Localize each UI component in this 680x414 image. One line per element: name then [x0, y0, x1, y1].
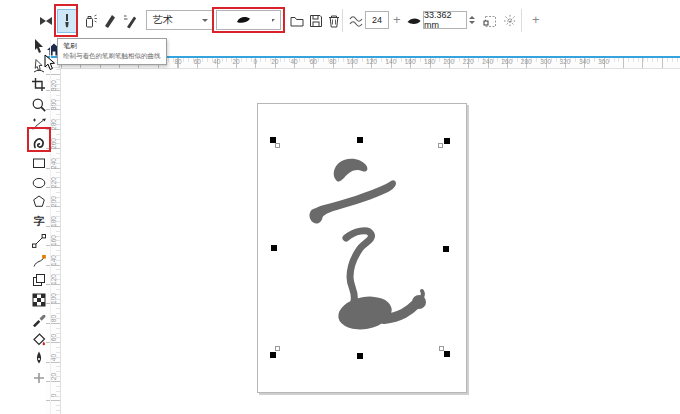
ellipse-tool[interactable] [31, 175, 47, 191]
tooltip: 笔刷 绘制与着色的笔刷笔触相似的曲线 [57, 38, 167, 65]
stroke-width-stepper[interactable] [469, 13, 475, 27]
annotation-box-artistic-media-tool [27, 127, 51, 152]
polygon-tool[interactable] [31, 194, 47, 210]
expression-button[interactable] [120, 9, 140, 33]
ruler-label: 20 [271, 58, 278, 65]
browse-button[interactable] [287, 9, 307, 33]
app-window: 艺术 24 + 33.362 mm + + 80604020 [0, 0, 680, 414]
ruler-label: 0 [254, 58, 258, 65]
calligraphic-button[interactable] [100, 9, 120, 33]
selection-handle-solid[interactable] [271, 245, 277, 251]
stroke-width-input[interactable]: 33.362 mm [423, 11, 467, 29]
selection-handle-hollow [439, 346, 444, 351]
selection-handle-solid[interactable] [270, 352, 276, 358]
tooltip-title: 笔刷 [63, 41, 161, 51]
ruler-label: 240 [482, 58, 493, 65]
connector-tool[interactable] [31, 253, 47, 269]
selection-handle-hollow [438, 143, 443, 148]
ruler-label: 80 [329, 58, 336, 65]
save-stroke-button[interactable] [306, 9, 326, 33]
scale-stroke-button[interactable] [480, 9, 500, 33]
ruler-label: 360 [598, 58, 609, 65]
interactive-fill-tool[interactable] [31, 272, 47, 288]
page[interactable] [257, 103, 467, 393]
annotation-box-brush-tool [54, 4, 78, 37]
divider [342, 9, 343, 32]
delete-stroke-button[interactable] [324, 9, 344, 33]
selection-handle-hollow [275, 143, 280, 148]
stroke-category-value: 艺术 [147, 13, 199, 27]
selection-handle-solid[interactable] [443, 246, 449, 252]
selection-handle-solid[interactable] [357, 353, 363, 359]
stroke-width-icon [404, 9, 424, 33]
mirror-stroke-button[interactable] [500, 9, 520, 33]
smoothing-input[interactable]: 24 [365, 11, 389, 29]
ruler-label: 200 [443, 58, 454, 65]
property-bar: 艺术 24 + 33.362 mm + [0, 0, 680, 41]
toolbox: 字 [28, 40, 51, 414]
ruler-label: 80 [174, 58, 181, 65]
selection-handle-solid[interactable] [444, 138, 450, 144]
ruler-label: 260 [502, 58, 513, 65]
mouse-cursor-icon [44, 54, 56, 71]
ruler-label: 180 [424, 58, 435, 65]
stroke-width-value: 33.362 mm [424, 10, 466, 30]
annotation-box-stroke-dropdown [212, 7, 285, 33]
ruler-label: 60 [194, 58, 201, 65]
ruler-label: 20 [232, 58, 239, 65]
divider [521, 9, 522, 32]
chevron-down-icon [202, 19, 208, 25]
mesh-fill-tool[interactable] [31, 292, 47, 308]
quick-customize-button[interactable]: + [532, 12, 540, 27]
tooltip-description: 绘制与着色的笔刷笔触相似的曲线 [63, 52, 161, 61]
ruler-label: 100 [347, 58, 358, 65]
text-tool[interactable]: 字 [31, 214, 47, 230]
outline-pen-tool[interactable] [31, 350, 47, 366]
freehand-smoothing-icon [346, 9, 366, 33]
ruler-label: 140 [385, 58, 396, 65]
ruler-label: 340 [579, 58, 590, 65]
eyedropper-tool[interactable] [31, 311, 47, 327]
dimension-tool[interactable] [31, 233, 47, 249]
ruler-label: 320 [560, 58, 571, 65]
sprayer-button[interactable] [80, 9, 100, 33]
ruler-label: 280 [521, 58, 532, 65]
ruler-label: 40 [290, 58, 297, 65]
crop-tool[interactable] [31, 77, 47, 93]
rectangle-tool[interactable] [31, 155, 47, 171]
ruler-label: 120 [366, 58, 377, 65]
smoothing-slider-button[interactable]: + [393, 12, 401, 27]
ruler-label: 160 [405, 58, 416, 65]
brush-calligraphy-character[interactable] [258, 104, 468, 394]
preset-stroke-button[interactable] [36, 9, 56, 33]
ruler-label: 40 [213, 58, 220, 65]
ruler-label: 60 [310, 58, 317, 65]
selection-handle-hollow [275, 346, 280, 351]
zoom-tool[interactable] [31, 97, 47, 113]
smoothing-value: 24 [372, 15, 382, 25]
selection-handle-solid[interactable] [444, 351, 450, 357]
stroke-category-dropdown[interactable]: 艺术 [146, 10, 214, 30]
smart-fill-tool[interactable] [31, 331, 47, 347]
ruler-label: 300 [540, 58, 551, 65]
ruler-label: 220 [463, 58, 474, 65]
pick-tool[interactable] [31, 38, 47, 54]
add-tool-button[interactable] [31, 370, 47, 386]
selection-handle-solid[interactable] [357, 137, 363, 143]
